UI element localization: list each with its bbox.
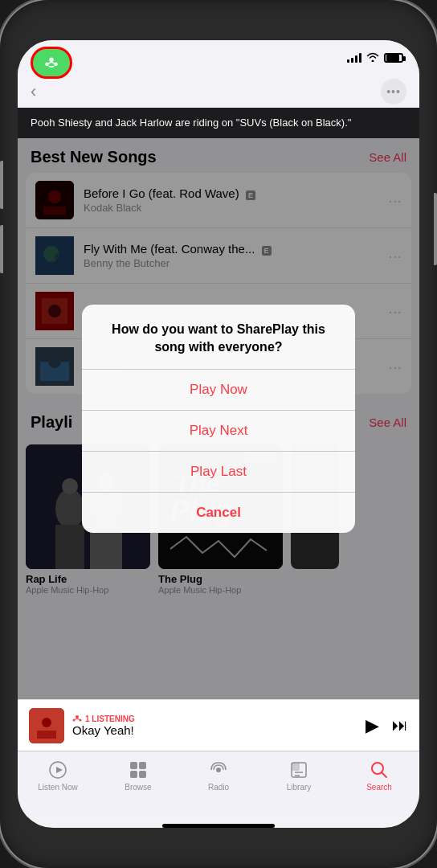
np-info: 1 LISTENING Okay Yeah! xyxy=(72,714,357,737)
np-controls: ▶ ⏭ xyxy=(366,715,408,736)
status-icons xyxy=(347,51,403,64)
signal-bar-3 xyxy=(355,55,357,63)
phone-frame: 9:41 xyxy=(0,0,437,868)
main-content: Best New Songs See All Befor xyxy=(18,138,419,699)
np-artwork xyxy=(29,708,64,743)
svg-rect-35 xyxy=(130,762,137,769)
cancel-button[interactable]: Cancel xyxy=(82,493,355,533)
banner: Pooh Shiesty and Jack Harlow are riding … xyxy=(18,108,419,138)
power-button[interactable] xyxy=(434,193,437,265)
svg-point-0 xyxy=(49,58,54,63)
signal-bar-1 xyxy=(347,59,349,63)
phone-screen: 9:41 xyxy=(18,40,419,828)
svg-rect-36 xyxy=(139,762,146,769)
browse-icon xyxy=(128,760,149,780)
np-listening-text: 1 LISTENING xyxy=(85,714,135,723)
tab-library[interactable]: Library xyxy=(275,760,323,792)
action-sheet-header: How do you want to SharePlay this song w… xyxy=(82,305,355,371)
volume-up-button[interactable] xyxy=(0,161,3,209)
battery-fill xyxy=(386,55,399,61)
np-listening: 1 LISTENING xyxy=(72,714,357,723)
tab-listen-now[interactable]: Listen Now xyxy=(34,760,82,792)
np-play-button[interactable]: ▶ xyxy=(366,715,379,736)
back-button[interactable]: ‹ xyxy=(31,81,36,102)
library-icon xyxy=(288,760,309,780)
radio-icon xyxy=(208,760,229,780)
svg-rect-37 xyxy=(130,771,137,778)
tab-label-search: Search xyxy=(366,783,392,792)
tab-label-radio: Radio xyxy=(208,783,229,792)
wifi-icon xyxy=(366,51,379,64)
tab-radio[interactable]: Radio xyxy=(194,760,243,792)
listen-now-icon xyxy=(47,760,68,780)
signal-bar-4 xyxy=(359,53,361,63)
more-dots: ••• xyxy=(386,85,401,98)
signal-bars xyxy=(347,53,361,63)
search-icon xyxy=(369,760,390,780)
tab-browse[interactable]: Browse xyxy=(114,760,162,792)
svg-marker-34 xyxy=(56,767,63,773)
now-playing-bar[interactable]: 1 LISTENING Okay Yeah! ▶ ⏭ xyxy=(18,699,419,751)
tab-label-listen-now: Listen Now xyxy=(38,783,77,792)
np-shareplay-icon xyxy=(72,714,82,723)
tab-search[interactable]: Search xyxy=(355,760,403,792)
svg-point-28 xyxy=(42,718,51,727)
action-sheet: How do you want to SharePlay this song w… xyxy=(82,305,355,534)
svg-rect-38 xyxy=(139,771,146,778)
play-last-button[interactable]: Play Last xyxy=(82,452,355,493)
battery-icon xyxy=(384,53,403,63)
play-next-button[interactable]: Play Next xyxy=(82,411,355,452)
svg-line-45 xyxy=(382,772,386,777)
np-fast-forward-button[interactable]: ⏭ xyxy=(392,716,408,735)
shareplay-badge[interactable] xyxy=(31,47,72,79)
modal-overlay: How do you want to SharePlay this song w… xyxy=(18,138,419,699)
shareplay-icon xyxy=(43,54,60,72)
status-bar: 9:41 xyxy=(18,40,419,76)
tab-bar: Listen Now Browse Radio xyxy=(18,751,419,817)
nav-bar: ‹ ••• xyxy=(18,76,419,108)
svg-point-39 xyxy=(216,768,221,772)
np-title: Okay Yeah! xyxy=(72,723,357,737)
svg-rect-29 xyxy=(37,731,56,739)
home-indicator[interactable] xyxy=(162,824,275,828)
more-button[interactable]: ••• xyxy=(381,79,406,104)
tab-label-library: Library xyxy=(287,783,312,792)
svg-point-30 xyxy=(76,715,79,719)
signal-bar-2 xyxy=(351,58,353,63)
svg-rect-41 xyxy=(292,763,300,771)
volume-down-button[interactable] xyxy=(0,225,3,273)
banner-text: Pooh Shiesty and Jack Harlow are riding … xyxy=(31,117,351,129)
tab-label-browse: Browse xyxy=(125,783,151,792)
play-now-button[interactable]: Play Now xyxy=(82,370,355,411)
action-sheet-title: How do you want to SharePlay this song w… xyxy=(95,321,342,357)
